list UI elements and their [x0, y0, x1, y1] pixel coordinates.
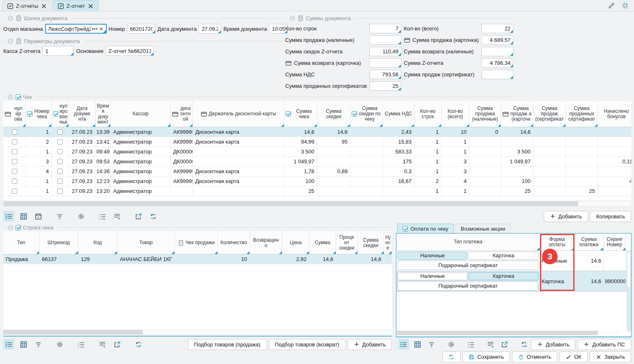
- payment-vertical-scrollbar[interactable]: [627, 251, 631, 332]
- numbered-list-button[interactable]: 123: [97, 211, 108, 222]
- row-checkbox[interactable]: [12, 179, 17, 184]
- scrollbar-thumb[interactable]: [397, 331, 598, 335]
- column-header[interactable]: Чек продажи: [175, 231, 218, 254]
- row-checkbox[interactable]: [57, 149, 63, 154]
- table-row[interactable]: 127.09.2313:39АдминистраторАК99999Дискон…: [3, 127, 631, 137]
- row-view-button[interactable]: [398, 339, 409, 350]
- table-row[interactable]: 127.09.2309:49АдминистраторДК000003 5005…: [3, 147, 631, 157]
- scrollbar-thumb[interactable]: [627, 252, 631, 288]
- add-ps-button[interactable]: Добавить ПС: [577, 339, 631, 350]
- payment-type-button[interactable]: Карточка: [469, 272, 538, 280]
- ellipsis-button[interactable]: •••: [92, 26, 98, 31]
- payment-type-button[interactable]: Наличные: [398, 252, 467, 260]
- open-external-button[interactable]: [112, 339, 123, 350]
- column-header[interactable]: Товар: [117, 231, 175, 254]
- column-header[interactable]: Тип: [3, 231, 39, 254]
- edit-pencil-icon[interactable]: [608, 2, 616, 9]
- column-header[interactable]: Держатель дисконтной карты: [193, 101, 284, 127]
- column-header[interactable]: Код: [78, 231, 117, 254]
- settings-button[interactable]: [54, 339, 65, 350]
- add-row-button[interactable]: [112, 211, 123, 222]
- scrollbar-thumb[interactable]: [3, 330, 143, 334]
- refresh-button[interactable]: [133, 339, 144, 350]
- column-header[interactable]: Возвращен о: [250, 231, 282, 254]
- column-header-checkbox[interactable]: [352, 111, 357, 117]
- tab-z-report[interactable]: Z-отчеты: [2, 0, 52, 11]
- filter-button[interactable]: [54, 211, 65, 222]
- column-header[interactable]: Проце нт скидки: [336, 231, 358, 254]
- column-header[interactable]: Форма оплаты: [540, 234, 574, 250]
- column-header[interactable]: Количество: [218, 231, 250, 254]
- grid-view-button[interactable]: [18, 339, 29, 350]
- tab-checkbox[interactable]: [403, 226, 408, 231]
- column-header[interactable]: Сумма продаж а (карточк: [501, 101, 533, 127]
- add-button[interactable]: Добавить: [531, 339, 575, 350]
- row-checkbox[interactable]: [12, 159, 17, 164]
- row-checkbox[interactable]: [12, 188, 17, 194]
- fullscreen-icon[interactable]: [621, 2, 629, 9]
- payment-tab[interactable]: Возможные акции: [455, 224, 511, 233]
- column-header[interactable]: нул ир ова: [3, 101, 26, 127]
- open-external-button[interactable]: [133, 211, 144, 222]
- table-row[interactable]: 127.09.2312:23АдминистраторАК99999Дискон…: [3, 176, 631, 186]
- column-header[interactable]: Сумма НДС: [383, 101, 414, 127]
- column-header-checkbox[interactable]: [27, 111, 32, 117]
- collapse-icon[interactable]: [7, 224, 14, 231]
- payment-row[interactable]: НаличныеКарточкаПодарочный сертификатКар…: [396, 271, 631, 292]
- grid-view-button[interactable]: [412, 339, 423, 350]
- numbered-list-button[interactable]: 123: [76, 339, 87, 350]
- row-checkbox[interactable]: [57, 179, 63, 184]
- table-row[interactable]: Продажа66137129АНАНАС БЕЙБИ 1КГ102,9214,…: [3, 254, 392, 264]
- row-checkbox[interactable]: [12, 129, 17, 135]
- payment-tab[interactable]: Оплата по чеку: [397, 224, 454, 233]
- clear-icon[interactable]: [99, 27, 103, 31]
- payment-row[interactable]: НаличныеКарточкаПодарочный сертификатНал…: [396, 251, 631, 271]
- column-header[interactable]: НД но е: [384, 231, 392, 254]
- sum-input[interactable]: 4 786,34: [481, 58, 513, 68]
- numbered-list-button[interactable]: 123: [465, 339, 476, 350]
- copy-button[interactable]: Копировать: [590, 211, 631, 222]
- add-button[interactable]: Добавить: [544, 211, 588, 222]
- column-header[interactable]: Сумма продажа (наличные): [469, 101, 501, 127]
- column-header[interactable]: диск онтн ой: [171, 101, 193, 127]
- column-header[interactable]: нул иро ван ный: [52, 101, 69, 127]
- open-external-button[interactable]: [499, 339, 510, 350]
- row-checkbox[interactable]: [57, 169, 63, 174]
- cash-register-input[interactable]: 1: [42, 46, 74, 56]
- column-header[interactable]: Сумма продаж (сертификат: [533, 101, 566, 127]
- line-horizontal-scrollbar[interactable]: [3, 330, 391, 335]
- column-header[interactable]: Дата докуме нта: [69, 101, 96, 127]
- basis-input[interactable]: Z-отчет №6620172: [105, 46, 154, 56]
- filter-button[interactable]: [426, 339, 437, 350]
- sum-input[interactable]: 4 689,57: [481, 35, 513, 45]
- table-row[interactable]: 127.09.2313:20Администратор25112525: [3, 186, 631, 196]
- column-header[interactable]: Кол-во (всего): [442, 101, 469, 127]
- tab-close-icon[interactable]: [41, 3, 47, 9]
- section-checkbox[interactable]: [16, 225, 21, 230]
- filter-button[interactable]: [33, 339, 44, 350]
- payment-type-button[interactable]: Карточка: [469, 252, 538, 260]
- cancel-button[interactable]: Отменить: [512, 351, 557, 362]
- table-row[interactable]: 327.09.2309:53АдминистраторДК000001 049,…: [3, 157, 631, 167]
- column-header[interactable]: Сумма платежа: [574, 234, 604, 250]
- add-button[interactable]: Добавить: [348, 339, 392, 350]
- collapse-icon[interactable]: [7, 94, 14, 100]
- row-checkbox[interactable]: [12, 169, 17, 174]
- scrollbar-thumb[interactable]: [4, 201, 578, 206]
- column-header[interactable]: Кол-во строк: [414, 101, 442, 127]
- settings-button[interactable]: [76, 211, 87, 222]
- column-header[interactable]: Штрихкод: [39, 231, 78, 254]
- tab-z-report[interactable]: Z-отчет: [53, 0, 98, 11]
- settings-button[interactable]: [446, 339, 457, 350]
- column-header-checkbox[interactable]: [286, 111, 291, 117]
- close-button[interactable]: Закрыть: [590, 351, 631, 362]
- add-row-button[interactable]: [97, 339, 108, 350]
- section-checkbox[interactable]: [16, 94, 21, 100]
- column-header[interactable]: Сумма: [309, 231, 336, 254]
- row-checkbox[interactable]: [57, 188, 63, 194]
- number-input[interactable]: 66201720: [127, 24, 156, 34]
- column-header[interactable]: Врем я доку мент: [96, 101, 111, 127]
- sum-input[interactable]: [369, 58, 401, 68]
- collapse-icon[interactable]: [7, 15, 14, 21]
- doc-date-input[interactable]: 27.09.23: [199, 24, 221, 34]
